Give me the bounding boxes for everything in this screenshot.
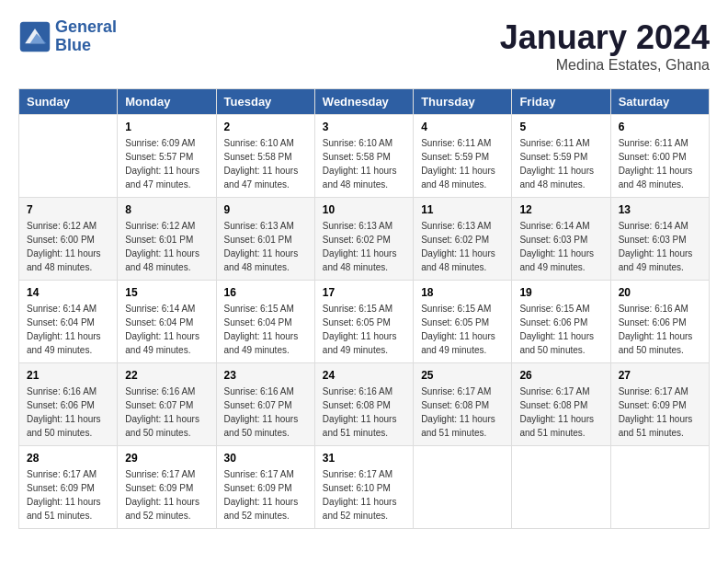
day-info: Sunrise: 6:17 AMSunset: 6:08 PMDaylight:… <box>421 385 504 440</box>
calendar-cell: 7Sunrise: 6:12 AMSunset: 6:00 PMDaylight… <box>19 198 118 281</box>
day-number: 24 <box>323 369 405 382</box>
calendar-cell: 5Sunrise: 6:11 AMSunset: 5:59 PMDaylight… <box>512 115 610 198</box>
calendar-cell: 30Sunrise: 6:17 AMSunset: 6:09 PMDayligh… <box>216 446 314 529</box>
calendar-header-row: SundayMondayTuesdayWednesdayThursdayFrid… <box>19 89 710 115</box>
day-number: 19 <box>519 286 602 299</box>
day-number: 23 <box>224 369 307 382</box>
title-block: January 2024 Medina Estates, Ghana <box>500 18 710 74</box>
col-header-tuesday: Tuesday <box>216 89 314 115</box>
day-number: 1 <box>125 121 208 133</box>
day-number: 18 <box>421 286 504 299</box>
calendar-cell: 21Sunrise: 6:16 AMSunset: 6:06 PMDayligh… <box>19 363 118 446</box>
calendar-cell <box>610 446 709 529</box>
day-number: 5 <box>519 121 602 133</box>
calendar-cell: 2Sunrise: 6:10 AMSunset: 5:58 PMDaylight… <box>216 115 314 198</box>
calendar-cell: 28Sunrise: 6:17 AMSunset: 6:09 PMDayligh… <box>19 446 118 529</box>
logo-line1: General <box>55 17 117 36</box>
calendar-cell: 4Sunrise: 6:11 AMSunset: 5:59 PMDaylight… <box>414 115 512 198</box>
calendar-cell: 18Sunrise: 6:15 AMSunset: 6:05 PMDayligh… <box>414 281 512 363</box>
location: Medina Estates, Ghana <box>500 57 710 74</box>
calendar-cell <box>414 446 512 529</box>
calendar-cell: 27Sunrise: 6:17 AMSunset: 6:09 PMDayligh… <box>610 363 709 446</box>
col-header-wednesday: Wednesday <box>314 89 413 115</box>
day-number: 17 <box>323 286 405 299</box>
calendar-cell: 14Sunrise: 6:14 AMSunset: 6:04 PMDayligh… <box>19 281 118 363</box>
day-number: 11 <box>421 203 504 216</box>
calendar-cell <box>512 446 610 529</box>
day-number: 29 <box>125 452 208 465</box>
month-year: January 2024 <box>500 18 710 57</box>
day-info: Sunrise: 6:15 AMSunset: 6:04 PMDaylight:… <box>224 302 307 357</box>
day-number: 2 <box>224 121 307 133</box>
col-header-friday: Friday <box>512 89 610 115</box>
calendar-cell: 3Sunrise: 6:10 AMSunset: 5:58 PMDaylight… <box>314 115 413 198</box>
day-number: 21 <box>27 369 109 382</box>
calendar-cell <box>19 115 118 198</box>
day-info: Sunrise: 6:12 AMSunset: 6:00 PMDaylight:… <box>27 219 109 274</box>
col-header-thursday: Thursday <box>414 89 512 115</box>
col-header-sunday: Sunday <box>19 89 118 115</box>
day-info: Sunrise: 6:10 AMSunset: 5:58 PMDaylight:… <box>224 136 307 191</box>
day-number: 4 <box>421 121 504 133</box>
calendar-week-row: 28Sunrise: 6:17 AMSunset: 6:09 PMDayligh… <box>19 446 710 529</box>
calendar-cell: 15Sunrise: 6:14 AMSunset: 6:04 PMDayligh… <box>118 281 216 363</box>
day-info: Sunrise: 6:15 AMSunset: 6:05 PMDaylight:… <box>323 302 405 357</box>
calendar-cell: 31Sunrise: 6:17 AMSunset: 6:10 PMDayligh… <box>314 446 413 529</box>
calendar-cell: 16Sunrise: 6:15 AMSunset: 6:04 PMDayligh… <box>216 281 314 363</box>
day-number: 27 <box>619 369 701 382</box>
day-info: Sunrise: 6:14 AMSunset: 6:03 PMDaylight:… <box>619 219 701 274</box>
day-number: 22 <box>125 369 208 382</box>
logo-line2: Blue <box>55 36 91 54</box>
day-info: Sunrise: 6:17 AMSunset: 6:09 PMDaylight:… <box>224 467 307 523</box>
day-info: Sunrise: 6:17 AMSunset: 6:09 PMDaylight:… <box>125 467 208 523</box>
day-info: Sunrise: 6:12 AMSunset: 6:01 PMDaylight:… <box>125 219 208 274</box>
day-number: 3 <box>323 121 405 133</box>
day-info: Sunrise: 6:13 AMSunset: 6:02 PMDaylight:… <box>323 219 405 274</box>
day-info: Sunrise: 6:09 AMSunset: 5:57 PMDaylight:… <box>125 136 208 191</box>
calendar-cell: 29Sunrise: 6:17 AMSunset: 6:09 PMDayligh… <box>118 446 216 529</box>
day-info: Sunrise: 6:15 AMSunset: 6:05 PMDaylight:… <box>421 302 504 357</box>
day-info: Sunrise: 6:11 AMSunset: 5:59 PMDaylight:… <box>519 136 602 191</box>
day-info: Sunrise: 6:14 AMSunset: 6:04 PMDaylight:… <box>27 302 109 357</box>
day-info: Sunrise: 6:11 AMSunset: 6:00 PMDaylight:… <box>619 136 701 191</box>
day-info: Sunrise: 6:17 AMSunset: 6:09 PMDaylight:… <box>27 467 109 523</box>
logo-icon <box>18 20 51 53</box>
day-number: 26 <box>519 369 602 382</box>
day-number: 10 <box>323 203 405 216</box>
calendar-cell: 24Sunrise: 6:16 AMSunset: 6:08 PMDayligh… <box>314 363 413 446</box>
day-info: Sunrise: 6:16 AMSunset: 6:07 PMDaylight:… <box>125 385 208 440</box>
calendar-week-row: 21Sunrise: 6:16 AMSunset: 6:06 PMDayligh… <box>19 363 710 446</box>
day-info: Sunrise: 6:11 AMSunset: 5:59 PMDaylight:… <box>421 136 504 191</box>
day-info: Sunrise: 6:17 AMSunset: 6:10 PMDaylight:… <box>323 467 405 523</box>
col-header-saturday: Saturday <box>610 89 709 115</box>
day-number: 9 <box>224 203 307 216</box>
calendar-cell: 9Sunrise: 6:13 AMSunset: 6:01 PMDaylight… <box>216 198 314 281</box>
calendar-cell: 23Sunrise: 6:16 AMSunset: 6:07 PMDayligh… <box>216 363 314 446</box>
calendar-table: SundayMondayTuesdayWednesdayThursdayFrid… <box>18 88 710 529</box>
logo-text: General Blue <box>55 18 117 55</box>
calendar-cell: 6Sunrise: 6:11 AMSunset: 6:00 PMDaylight… <box>610 115 709 198</box>
day-info: Sunrise: 6:13 AMSunset: 6:02 PMDaylight:… <box>421 219 504 274</box>
day-number: 13 <box>619 203 701 216</box>
day-number: 12 <box>519 203 602 216</box>
calendar-cell: 11Sunrise: 6:13 AMSunset: 6:02 PMDayligh… <box>414 198 512 281</box>
calendar-cell: 1Sunrise: 6:09 AMSunset: 5:57 PMDaylight… <box>118 115 216 198</box>
day-number: 6 <box>619 121 701 133</box>
day-info: Sunrise: 6:15 AMSunset: 6:06 PMDaylight:… <box>519 302 602 357</box>
day-number: 20 <box>619 286 701 299</box>
day-info: Sunrise: 6:17 AMSunset: 6:09 PMDaylight:… <box>619 385 701 440</box>
day-info: Sunrise: 6:16 AMSunset: 6:06 PMDaylight:… <box>619 302 701 357</box>
calendar-cell: 13Sunrise: 6:14 AMSunset: 6:03 PMDayligh… <box>610 198 709 281</box>
page-header: General Blue January 2024 Medina Estates… <box>18 18 710 74</box>
day-number: 16 <box>224 286 307 299</box>
day-info: Sunrise: 6:16 AMSunset: 6:08 PMDaylight:… <box>323 385 405 440</box>
calendar-cell: 19Sunrise: 6:15 AMSunset: 6:06 PMDayligh… <box>512 281 610 363</box>
day-number: 25 <box>421 369 504 382</box>
day-number: 7 <box>27 203 109 216</box>
day-info: Sunrise: 6:17 AMSunset: 6:08 PMDaylight:… <box>519 385 602 440</box>
calendar-cell: 22Sunrise: 6:16 AMSunset: 6:07 PMDayligh… <box>118 363 216 446</box>
day-info: Sunrise: 6:10 AMSunset: 5:58 PMDaylight:… <box>323 136 405 191</box>
day-info: Sunrise: 6:13 AMSunset: 6:01 PMDaylight:… <box>224 219 307 274</box>
logo: General Blue <box>18 18 117 55</box>
calendar-cell: 8Sunrise: 6:12 AMSunset: 6:01 PMDaylight… <box>118 198 216 281</box>
